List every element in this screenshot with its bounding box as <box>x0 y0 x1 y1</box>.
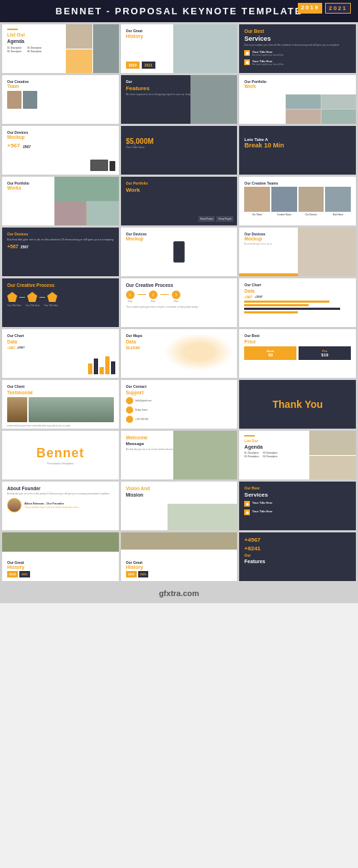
slide-hv2-inner: Our Great History 2019 2021 <box>121 532 238 581</box>
pimg2 <box>321 94 356 109</box>
pi1-label: Step <box>128 300 132 303</box>
ct-title: Team <box>7 84 114 89</box>
client-quote: testimonial text goes here and what clie… <box>7 424 114 427</box>
fs-stat2: +8241 <box>244 545 351 552</box>
gh-top-img <box>2 532 119 552</box>
chart-subtitle: Data <box>244 288 351 293</box>
pimg4 <box>321 109 356 124</box>
break-subtitle: Break 10 Min <box>244 142 351 149</box>
slide-founder-inner: About Founder But that title give me to … <box>2 482 119 530</box>
map-visual <box>164 333 234 371</box>
ctm-photo2 <box>271 187 297 212</box>
pb2-price: $19 <box>303 353 347 357</box>
ctm-name2: Creative Name <box>271 213 297 216</box>
slide-maps: Our Maps Data $5,000M <box>121 329 238 378</box>
service-icon-2 <box>244 59 250 65</box>
test-subtitle: Testimonial <box>7 390 114 395</box>
img2 <box>93 24 119 73</box>
service-desc-1: But must explain you how all this <box>252 54 284 57</box>
stat2: 2567 <box>23 145 31 149</box>
founder-title: About Founder <box>7 486 114 491</box>
cb-title: Our Chart <box>7 333 114 338</box>
pi3: 3 Step <box>172 291 180 303</box>
vision-subtitle: Mission <box>126 492 233 497</box>
ctm-photo4 <box>325 187 351 212</box>
slide-bennet-inner: Bennet Presentation Templates <box>2 431 119 479</box>
address-text: Friday Street <box>135 409 147 411</box>
bsd-icon2 <box>244 509 250 515</box>
agenda-item-03: 03. Description <box>27 47 42 49</box>
pi2-label: Step <box>151 300 155 303</box>
slide-welcome: Welcome Message But that title give me t… <box>121 431 238 479</box>
client-photos <box>7 397 114 422</box>
pent2 <box>27 292 37 302</box>
bar3 <box>100 367 104 374</box>
pl2: Your Title Here <box>26 304 40 307</box>
row-8: Our Client Testimonial testimonial text … <box>2 380 356 429</box>
svg-point-3 <box>246 511 248 514</box>
service-desc-2: But must explain you how all this <box>252 63 284 66</box>
dd-title: Our Devices <box>7 232 114 236</box>
year-2019: 2019 <box>126 62 140 69</box>
slide-services-inner: Our Best Services But must explain you h… <box>239 24 356 73</box>
orange-bottom-bar <box>239 273 297 276</box>
slide-cb-inner: Our Chart Data +567 +2567 <box>2 329 119 378</box>
la-images <box>309 431 356 479</box>
ctm-photos <box>244 187 351 212</box>
history-img <box>173 24 237 73</box>
svg-rect-1 <box>246 61 248 64</box>
slide-process-dark: Our Creative Process Your Title Here You… <box>2 278 119 327</box>
hv2-content: Our Great History 2019 2021 <box>126 560 149 577</box>
h-bars <box>244 301 351 313</box>
la-item2: 02. Description <box>244 455 258 458</box>
pi2: 2 Step <box>149 291 158 303</box>
cpl-title: Our Creative Process <box>126 283 233 288</box>
pi3-dot: 3 <box>172 291 180 299</box>
slide-great-history: Our Great History 2019 2021 <box>2 532 119 581</box>
money-label: Your Title Here <box>126 145 233 149</box>
stat1: +567 <box>7 142 20 149</box>
slides-section: List Our Agenda 01. Description 02. Desc… <box>0 22 358 583</box>
slide-features: Our Features No more required to be a de… <box>121 75 238 124</box>
watermark-bar: gfxtra.com <box>0 583 358 603</box>
hv2-top <box>121 532 238 550</box>
slide-best-services: Our Best Services But must explain you h… <box>239 24 356 73</box>
fs-stat1-area: +4567 <box>244 537 260 543</box>
slide-devices: Our Devices Mockup +567 2567 <box>2 126 119 175</box>
contact-phone: +122 356 854 <box>126 416 233 423</box>
process-quote: "Your creative quote goes here to inspir… <box>126 306 233 308</box>
process-labels: Your Title Here Your Title Here Your Tit… <box>7 304 114 307</box>
la-col2: 03. Description 04. Description <box>263 452 277 459</box>
slide-devices-inner: Our Devices Mockup +567 2567 <box>2 126 119 175</box>
row-6: Our Creative Process Your Title Here You… <box>2 278 356 327</box>
hbar1 <box>244 301 329 303</box>
client-info: testimonial text goes here and what clie… <box>7 424 114 429</box>
plant-img <box>173 431 237 479</box>
pw-img2b <box>87 201 118 225</box>
features-img <box>190 75 237 124</box>
ctm-photo3 <box>299 187 324 212</box>
price-title: Our Best <box>244 333 351 338</box>
service-item-1: Your Title Here But must explain you how… <box>244 50 351 57</box>
cb-stat1: +567 <box>7 346 15 350</box>
slide-chart-bars: Our Chart Data +567 +2567 <box>2 329 119 378</box>
slide-portfolio-work-dark: Our Portfolio Work Every Project Every P… <box>121 177 238 225</box>
do-subtitle: Mockup <box>126 236 233 241</box>
contact-address: Friday Street <box>126 406 233 414</box>
hbar4 <box>244 311 297 313</box>
agenda-item-01: 01. Description <box>7 47 21 49</box>
pl3: Your Title Here <box>44 304 58 307</box>
slide-test-inner: Our Client Testimonial testimonial text … <box>2 380 119 429</box>
hv2-y2: 2021 <box>138 571 149 577</box>
watermark-text: gfxtra.com <box>159 589 199 598</box>
email-text: hello@gmail.com <box>135 399 152 402</box>
bar5 <box>111 361 115 374</box>
dd-stats: +567 2567 <box>7 244 114 249</box>
pline1 <box>19 297 25 298</box>
founder-name: Alicia Stimson - Our Founder <box>24 502 80 505</box>
agenda-images <box>66 24 118 73</box>
row-10: About Founder But that title give me to … <box>2 482 356 530</box>
bennet-sub: Presentation Templates <box>47 462 74 465</box>
slide-creative-team-right: Our Creative Team <box>2 75 119 124</box>
address-icon <box>126 406 133 414</box>
